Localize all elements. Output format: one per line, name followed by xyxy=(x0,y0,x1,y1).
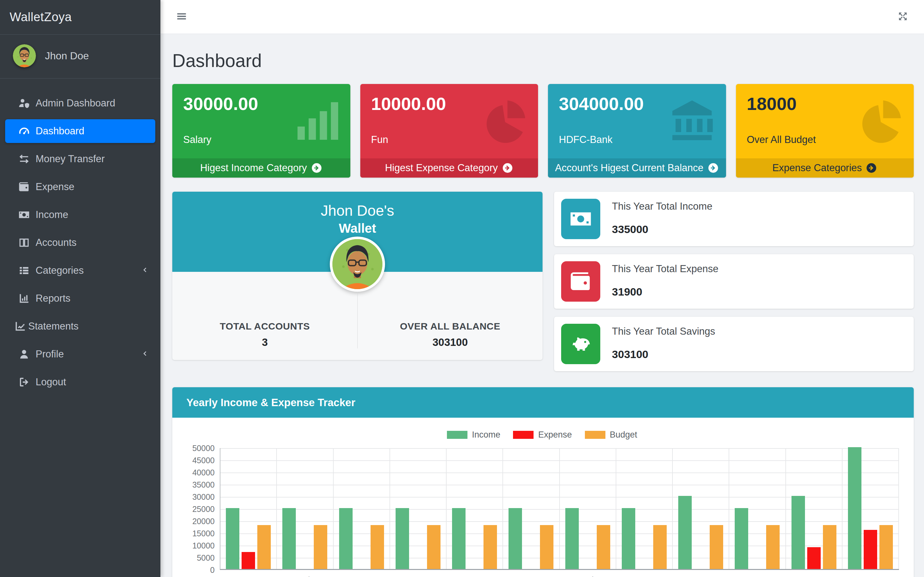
bar-budget[interactable] xyxy=(483,525,497,569)
bar-budget[interactable] xyxy=(597,525,610,569)
bar-income[interactable] xyxy=(509,508,522,569)
bar-income[interactable] xyxy=(226,508,239,569)
sidebar-nav: Admin DashboardDashboardMoney TransferEx… xyxy=(0,79,160,398)
chart-card: Yearly Income & Expense Tracker IncomeEx… xyxy=(172,387,914,577)
page-title: Dashboard xyxy=(172,50,914,71)
user-panel[interactable]: Jhon Doe xyxy=(0,35,160,79)
bar-budget[interactable] xyxy=(314,525,327,569)
bar-budget[interactable] xyxy=(653,525,667,569)
summary-box-income: This Year Total Income 335000 xyxy=(554,192,914,246)
sidebar-item-reports[interactable]: Reports xyxy=(5,287,155,310)
sidebar-item-categories[interactable]: Categories xyxy=(5,259,155,282)
bar-budget[interactable] xyxy=(766,525,780,569)
expand-arrows-icon xyxy=(897,11,909,22)
x-axis-label: Dec xyxy=(843,575,899,577)
sidebar-item-logout[interactable]: Logout xyxy=(5,370,155,394)
bar-income[interactable] xyxy=(565,508,579,569)
bar-budget[interactable] xyxy=(257,525,271,569)
legend-item-income[interactable]: Income xyxy=(447,430,501,440)
summary-box-expense: This Year Total Expense 31900 xyxy=(554,254,914,309)
brand[interactable]: WalletZoya xyxy=(0,0,160,35)
pie-chart-icon xyxy=(854,95,905,147)
stat-footer-link[interactable]: Expense Categories xyxy=(736,158,914,177)
chart-month-group-dec xyxy=(843,448,899,569)
arrow-circle-right-icon xyxy=(708,162,719,174)
x-axis-label: Aug xyxy=(616,575,673,577)
legend-item-expense[interactable]: Expense xyxy=(513,430,572,440)
fullscreen-button[interactable] xyxy=(897,11,910,23)
arrow-circle-right-icon xyxy=(502,162,513,174)
chevron-left-icon xyxy=(141,350,149,359)
chart-month-group-apr xyxy=(390,448,447,569)
stat-card-body: 18000 Over All Budget xyxy=(736,84,914,158)
sidebar-item-label: Statements xyxy=(28,321,79,332)
sidebar-item-accounts[interactable]: Accounts xyxy=(5,231,155,255)
x-axis-label: Jul xyxy=(560,575,616,577)
stat-footer-label: Expense Categories xyxy=(772,162,862,174)
avatar xyxy=(13,44,36,67)
stat-card-salary: 30000.00 Salary Higest Income Category xyxy=(172,84,351,177)
bar-income[interactable] xyxy=(792,496,805,569)
legend-item-budget[interactable]: Budget xyxy=(585,430,638,440)
bar-expense[interactable] xyxy=(864,530,877,569)
user-name: Jhon Doe xyxy=(45,50,89,62)
wallet-icon xyxy=(18,181,31,193)
sidebar-item-dashboard[interactable]: Dashboard xyxy=(5,119,155,143)
bar-income[interactable] xyxy=(735,508,748,569)
sidebar-item-label: Dashboard xyxy=(36,125,84,137)
columns-icon xyxy=(18,236,31,249)
bar-budget[interactable] xyxy=(540,525,553,569)
chart-bar-icon xyxy=(18,292,31,305)
stat-footer-link[interactable]: Higest Expense Category xyxy=(360,158,538,177)
bar-budget[interactable] xyxy=(371,525,384,569)
bar-expense[interactable] xyxy=(807,547,821,569)
x-axis-labels: JanFebMarAprMayJunJulAugSepOctNovDec xyxy=(220,570,899,577)
bar-budget[interactable] xyxy=(427,525,441,569)
summary-value: 335000 xyxy=(612,223,712,235)
middle-row: Jhon Doe's Wallet TOTAL ACCOUNTS 3 OVER … xyxy=(172,192,914,371)
bar-chart-icon xyxy=(291,95,342,147)
wallet-stat-total-accounts: TOTAL ACCOUNTS 3 xyxy=(172,292,358,348)
sidebar-item-money-transfer[interactable]: Money Transfer xyxy=(5,147,155,171)
sidebar-item-label: Money Transfer xyxy=(36,153,105,165)
wallet-stat-overall-balance: OVER ALL BALANCE 303100 xyxy=(358,292,543,348)
bar-income[interactable] xyxy=(848,447,861,569)
bar-income[interactable] xyxy=(396,508,409,569)
summary-value: 303100 xyxy=(612,348,715,361)
bar-budget[interactable] xyxy=(710,525,723,569)
bar-expense[interactable] xyxy=(242,552,255,569)
x-axis-label: Jun xyxy=(503,575,559,577)
chart-month-group-aug xyxy=(616,448,673,569)
y-axis-tick: 10000 xyxy=(192,541,215,550)
bar-income[interactable] xyxy=(452,508,465,569)
stat-footer-link[interactable]: Account's Higest Current Balance xyxy=(548,158,726,177)
stat-card-body: 304000.00 HDFC-Bank xyxy=(548,84,726,158)
bar-income[interactable] xyxy=(622,508,635,569)
sidebar-item-income[interactable]: Income xyxy=(5,203,155,227)
chart-month-group-mar xyxy=(334,448,390,569)
x-axis-label: Apr xyxy=(390,575,447,577)
bar-budget[interactable] xyxy=(879,525,893,569)
list-icon xyxy=(18,264,31,277)
sidebar-item-expense[interactable]: Expense xyxy=(5,175,155,199)
sidebar-item-admin-dashboard[interactable]: Admin Dashboard xyxy=(5,91,155,115)
bar-income[interactable] xyxy=(339,508,352,569)
summary-text: This Year Total Savings 303100 xyxy=(612,324,715,364)
main-area: Dashboard 30000.00 Salary Higest Income … xyxy=(160,0,924,577)
chart-month-group-may xyxy=(447,448,503,569)
y-axis-tick: 25000 xyxy=(192,504,215,514)
x-axis-label: Sep xyxy=(673,575,729,577)
x-axis-label: Jan xyxy=(220,575,277,577)
stat-footer-link[interactable]: Higest Income Category xyxy=(172,158,351,177)
tachometer-icon xyxy=(18,125,31,137)
legend-swatch xyxy=(447,431,467,439)
y-axis-tick: 5000 xyxy=(197,553,215,562)
bar-income[interactable] xyxy=(282,508,296,569)
menu-toggle-button[interactable] xyxy=(176,11,189,23)
bar-income[interactable] xyxy=(678,496,692,569)
sidebar-item-profile[interactable]: Profile xyxy=(5,342,155,366)
bar-budget[interactable] xyxy=(823,525,837,569)
y-axis-tick: 35000 xyxy=(192,480,215,490)
sidebar-item-statements[interactable]: Statements xyxy=(5,314,155,338)
arrow-circle-right-icon xyxy=(311,162,322,174)
